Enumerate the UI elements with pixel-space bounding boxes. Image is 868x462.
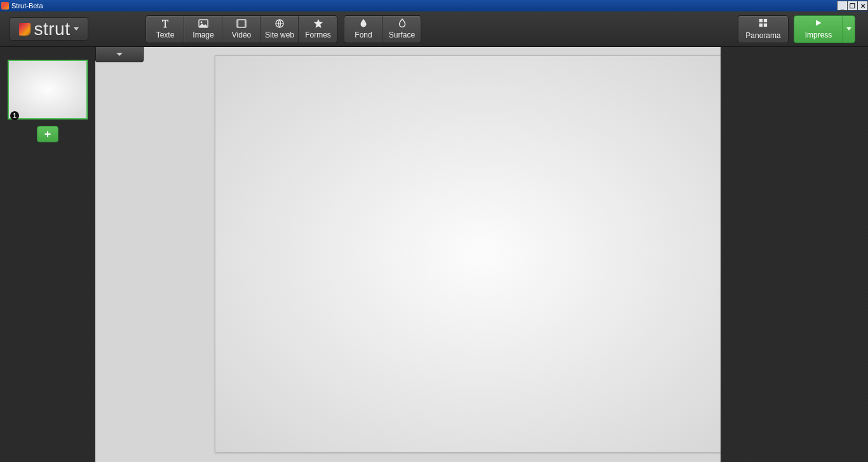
svg-point-12 bbox=[245, 26, 245, 27]
svg-rect-15 bbox=[764, 18, 767, 22]
brand-logo-icon bbox=[19, 23, 31, 36]
slide-background-label: Fond bbox=[355, 31, 372, 39]
svg-point-10 bbox=[245, 22, 245, 23]
panorama-label: Panorama bbox=[745, 31, 780, 40]
slides-pane: 1 + bbox=[0, 47, 95, 462]
play-icon bbox=[815, 19, 822, 29]
plus-icon: + bbox=[44, 128, 51, 141]
insert-image-label: Image bbox=[193, 31, 214, 39]
image-icon bbox=[198, 18, 208, 29]
main-toolbar: strut Texte Image Vidéo bbox=[0, 11, 868, 47]
text-icon bbox=[160, 18, 170, 29]
video-icon bbox=[236, 18, 247, 29]
svg-rect-16 bbox=[759, 23, 763, 26]
insert-shapes-label: Formes bbox=[305, 31, 331, 39]
brand-menu-button[interactable]: strut bbox=[10, 17, 88, 41]
window-controls: _ ❐ ✕ bbox=[837, 0, 868, 11]
add-slide-button[interactable]: + bbox=[37, 126, 58, 142]
slide-thumbnail[interactable]: 1 bbox=[8, 60, 88, 119]
chevron-down-icon bbox=[846, 27, 851, 31]
app-root: strut Texte Image Vidéo bbox=[0, 11, 868, 462]
svg-point-5 bbox=[238, 20, 238, 21]
minimize-button[interactable]: _ bbox=[837, 1, 848, 11]
slide-number: 1 bbox=[10, 111, 19, 120]
svg-point-8 bbox=[238, 26, 238, 27]
chevron-down-icon bbox=[74, 27, 79, 31]
toolbar-right-group: Panorama Impress bbox=[738, 15, 855, 43]
impress-label: Impress bbox=[805, 31, 832, 39]
grid-icon bbox=[759, 18, 768, 29]
drop-outline-icon bbox=[397, 18, 407, 29]
insert-image-button[interactable]: Image bbox=[184, 16, 222, 43]
slide-background-button[interactable]: Fond bbox=[344, 16, 383, 43]
impress-button[interactable]: Impress bbox=[794, 16, 843, 43]
svg-point-7 bbox=[238, 24, 238, 25]
globe-icon bbox=[275, 18, 285, 29]
insert-text-label: Texte bbox=[156, 31, 175, 39]
chevron-down-icon bbox=[116, 53, 123, 56]
svg-point-11 bbox=[245, 24, 245, 25]
insert-text-button[interactable]: Texte bbox=[146, 16, 184, 43]
insert-web-label: Site web bbox=[265, 31, 294, 39]
insert-tool-group: Texte Image Vidéo Site web bbox=[146, 15, 337, 43]
right-gutter bbox=[721, 47, 868, 462]
window-titlebar: Strut-Beta _ ❐ ✕ bbox=[0, 0, 868, 11]
svg-rect-14 bbox=[759, 18, 763, 22]
canvas-area bbox=[95, 47, 721, 462]
brand-name: strut bbox=[34, 19, 71, 39]
insert-video-label: Vidéo bbox=[232, 31, 251, 39]
background-tool-group: Fond Surface bbox=[344, 15, 421, 43]
impress-dropdown-button[interactable] bbox=[843, 16, 855, 43]
close-button[interactable]: ✕ bbox=[857, 1, 868, 11]
window-title: Strut-Beta bbox=[11, 2, 43, 10]
svg-point-1 bbox=[201, 22, 203, 24]
impress-split-button: Impress bbox=[794, 15, 855, 43]
app-icon bbox=[1, 2, 9, 10]
slide-canvas[interactable] bbox=[215, 55, 721, 452]
surface-background-label: Surface bbox=[389, 31, 415, 39]
maximize-button[interactable]: ❐ bbox=[847, 1, 858, 11]
app-body: 1 + bbox=[0, 47, 868, 462]
insert-shapes-button[interactable]: Formes bbox=[299, 16, 337, 43]
surface-background-button[interactable]: Surface bbox=[383, 16, 421, 43]
panel-toggle-button[interactable] bbox=[95, 47, 144, 62]
insert-web-button[interactable]: Site web bbox=[261, 16, 299, 43]
insert-video-button[interactable]: Vidéo bbox=[222, 16, 261, 43]
star-icon bbox=[313, 18, 323, 29]
svg-point-9 bbox=[245, 20, 245, 21]
drop-icon bbox=[358, 18, 369, 29]
panorama-button[interactable]: Panorama bbox=[738, 15, 789, 43]
svg-rect-17 bbox=[764, 23, 767, 26]
svg-point-6 bbox=[238, 22, 238, 23]
